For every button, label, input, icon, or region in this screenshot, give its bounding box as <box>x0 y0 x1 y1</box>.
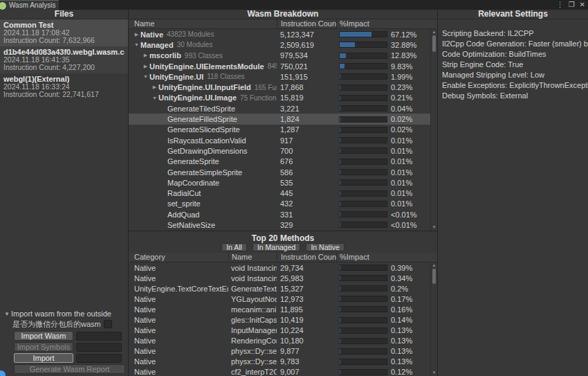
import-wasm-path-field[interactable] <box>76 332 122 341</box>
column-instruction-count[interactable]: Instruction Count <box>277 253 336 262</box>
breakdown-row[interactable]: IsRaycastLocationValid9170.01% <box>129 135 431 145</box>
breakdown-row[interactable]: GenerateSprite6760.01% <box>129 156 431 167</box>
method-name: InputManager:... <box>228 326 277 334</box>
tab-wasm-analysis[interactable]: Wasm Analysis <box>0 0 59 10</box>
scrollbar-thumb[interactable] <box>432 35 436 52</box>
import-symbols-path-field[interactable] <box>76 343 122 352</box>
top20-row[interactable]: NativeInputManager:...10,2240.13% <box>129 325 431 336</box>
scroll-down-icon[interactable]: ▼ <box>431 370 437 375</box>
breakdown-row[interactable]: GenerateSlicedSprite1,2870.02% <box>129 125 431 135</box>
setting-line: Strip Engine Code: True <box>442 60 588 70</box>
top20-row[interactable]: Nativemecanim::ani...11,8950.16% <box>129 304 431 314</box>
foldout-expanded-icon[interactable]: ▼ <box>151 96 158 100</box>
file-list-item[interactable]: Common Test2024.11.18 17:08:42Instructio… <box>0 19 128 46</box>
foldout-collapsed-icon[interactable]: ▶ <box>142 53 149 58</box>
top20-row[interactable]: Nativegles::InitCaps(...10,4190.14% <box>129 314 431 325</box>
import-foldout[interactable]: ▼ Import wasm from the outside <box>0 309 127 319</box>
impact-cell: <0.01% <box>336 221 431 229</box>
column-impact[interactable]: %Impact <box>336 253 437 262</box>
impact-bar-track <box>339 63 387 69</box>
impact-bar-track <box>339 127 387 133</box>
window-close-icon[interactable]: ✕ <box>580 0 585 10</box>
import-wasm-button[interactable]: Import Wasm <box>14 331 73 341</box>
scroll-down-icon[interactable]: ▼ <box>431 225 437 230</box>
node-name: SetNativeSize <box>167 221 215 229</box>
foldout-arrow-icon[interactable]: ▼ <box>4 311 11 317</box>
tree-name-cell: RadialCut <box>129 189 277 197</box>
method-category: Native <box>129 337 228 345</box>
breakdown-row[interactable]: AddQuad331<0.01% <box>129 209 431 220</box>
import-methodmap-path-field[interactable] <box>76 354 122 363</box>
impact-value: 0.23% <box>391 83 412 91</box>
column-name[interactable]: Name <box>129 19 277 28</box>
impact-cell: 1.99% <box>336 73 431 81</box>
impact-bar-fill <box>340 328 340 333</box>
breakdown-row[interactable]: SetNativeSize329<0.01% <box>129 220 431 230</box>
breakdown-row[interactable]: ▶UnityEngine.UIElementsModule845 Classes… <box>129 61 431 71</box>
instruction-count: 979,534 <box>277 51 336 60</box>
file-list-item[interactable]: webgl(1)(External)2024.11.18 16:33:24Ins… <box>0 73 128 100</box>
window-maximize-icon[interactable]: ❐ <box>569 0 575 10</box>
impact-value: 0.13% <box>391 326 412 334</box>
impact-cell: 0.13% <box>336 326 431 334</box>
breakdown-row[interactable]: GenerateSimpleSprite5860.01% <box>129 167 431 177</box>
impact-bar-fill <box>340 127 340 132</box>
impact-value: 0.13% <box>391 337 412 345</box>
window-menu-icon[interactable]: ⋮ <box>557 0 564 10</box>
foldout-expanded-icon[interactable]: ▼ <box>142 74 149 79</box>
method-name: physx::Dy::set... <box>228 357 277 366</box>
breakdown-row[interactable]: ▶mscorlib993 Classes979,53412.83% <box>129 51 431 61</box>
breakdown-row[interactable]: ▶Native43823 Modules5,123,34767.12% <box>129 29 431 39</box>
breakdown-row[interactable]: ▼UnityEngine.UI118 Classes151,9151.99% <box>129 71 431 82</box>
instruction-count: 1,824 <box>277 115 336 123</box>
breakdown-row[interactable]: ▼UnityEngine.UI.Image75 Functions15,8190… <box>129 93 431 103</box>
scroll-up-icon[interactable]: ▲ <box>431 263 437 268</box>
column-category[interactable]: Category <box>129 253 228 262</box>
top20-row[interactable]: Nativevoid Instancin...25,9830.34% <box>129 273 431 283</box>
relevant-settings-panel: Relevant Settings Scripting Backend: IL2… <box>438 10 588 376</box>
top20-row[interactable]: Nativecf2_interpT2C...9,0070.12% <box>129 367 431 376</box>
breakdown-row[interactable]: GenerateFilledSprite1,8240.02% <box>129 114 431 124</box>
node-name: IsRaycastLocationValid <box>167 136 246 145</box>
title-bar: Wasm Analysis ⋮ ❐ ✕ <box>0 0 588 10</box>
top20-row[interactable]: NativeRenderingCom...10,1800.13% <box>129 336 431 346</box>
import-methodmap-button[interactable]: Import MethodMap <box>14 353 73 363</box>
top20-scrollbar[interactable]: ▲ ▼ <box>430 262 437 376</box>
impact-bar-fill <box>340 42 355 47</box>
settings-title: Relevant Settings <box>438 10 588 19</box>
foldout-collapsed-icon[interactable]: ▶ <box>142 64 149 69</box>
impact-cell: 0.13% <box>336 347 431 355</box>
top20-row[interactable]: NativeYGLayoutNod...12,9730.17% <box>129 294 431 304</box>
wechat-subpackage-checkbox[interactable] <box>104 320 112 328</box>
tree-name-cell: IsRaycastLocationValid <box>129 136 277 145</box>
breakdown-row[interactable]: set_sprite4320.01% <box>129 199 431 209</box>
file-list-item[interactable]: d1b4e44d083a43f0.webgl.wasm.code.unity20… <box>0 46 128 73</box>
foldout-expanded-icon[interactable]: ▼ <box>133 42 140 47</box>
filter-button-in-native[interactable]: In Native <box>306 243 344 251</box>
tree-name-cell: GenerateTiledSprite <box>129 105 277 113</box>
top20-row[interactable]: Nativephysx::Dy::set...9,8770.13% <box>129 346 431 357</box>
foldout-collapsed-icon[interactable]: ▶ <box>133 32 140 37</box>
filter-button-in-managed[interactable]: In Managed <box>252 243 300 251</box>
impact-value: 1.99% <box>391 73 412 81</box>
breakdown-row[interactable]: ▶UnityEngine.UI.InputField165 Functions1… <box>129 82 431 92</box>
top20-row[interactable]: Nativevoid Instancin...29,7340.39% <box>129 262 431 273</box>
method-category: UnityEngine.TextCoreTextEngin... <box>129 285 228 293</box>
node-name: AddQuad <box>167 211 199 219</box>
top20-row[interactable]: UnityEngine.TextCoreTextEngin...Generate… <box>129 283 431 294</box>
foldout-collapsed-icon[interactable]: ▶ <box>151 84 158 90</box>
breakdown-row[interactable]: GetDrawingDimensions7000.01% <box>129 145 431 156</box>
breakdown-row[interactable]: RadialCut4450.01% <box>129 188 431 198</box>
breakdown-scrollbar[interactable]: ▲ ▼ <box>430 29 437 231</box>
top20-row[interactable]: Nativephysx::Dy::set...9,7830.13% <box>129 357 431 367</box>
column-name[interactable]: Name <box>228 253 277 262</box>
filter-button-in-all[interactable]: In All <box>221 243 247 251</box>
column-instruction-count[interactable]: Instruction Count <box>277 19 336 28</box>
column-impact[interactable]: %Impact <box>336 19 437 28</box>
scroll-up-icon[interactable]: ▲ <box>431 30 437 35</box>
breakdown-row[interactable]: ▼Managed30 Modules2,509,61932.88% <box>129 39 431 50</box>
breakdown-row[interactable]: MapCoordinate5350.01% <box>129 177 431 188</box>
scrollbar-thumb[interactable] <box>432 269 436 284</box>
tree-name-cell: GenerateFilledSprite <box>129 115 277 123</box>
breakdown-row[interactable]: GenerateTiledSprite3,2210.04% <box>129 103 431 114</box>
